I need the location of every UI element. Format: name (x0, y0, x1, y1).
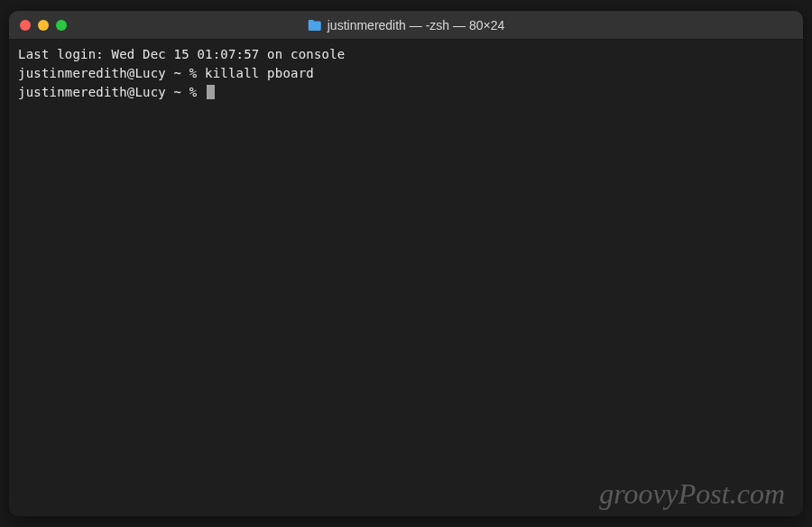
maximize-button[interactable] (56, 20, 67, 31)
traffic-lights (20, 20, 67, 31)
close-button[interactable] (20, 20, 31, 31)
window-title-area: justinmeredith — -zsh — 80×24 (308, 18, 504, 32)
cursor (207, 85, 215, 99)
terminal-prompt-line: justinmeredith@Lucy ~ % (18, 83, 794, 102)
title-bar[interactable]: justinmeredith — -zsh — 80×24 (9, 11, 803, 40)
terminal-window: justinmeredith — -zsh — 80×24 Last login… (9, 11, 803, 516)
terminal-line: Last login: Wed Dec 15 01:07:57 on conso… (18, 45, 794, 64)
terminal-body[interactable]: Last login: Wed Dec 15 01:07:57 on conso… (9, 40, 803, 516)
folder-icon (308, 19, 322, 32)
terminal-prompt: justinmeredith@Lucy ~ % (18, 85, 205, 99)
window-title: justinmeredith — -zsh — 80×24 (328, 18, 504, 32)
minimize-button[interactable] (38, 20, 49, 31)
terminal-line: justinmeredith@Lucy ~ % killall pboard (18, 64, 794, 83)
